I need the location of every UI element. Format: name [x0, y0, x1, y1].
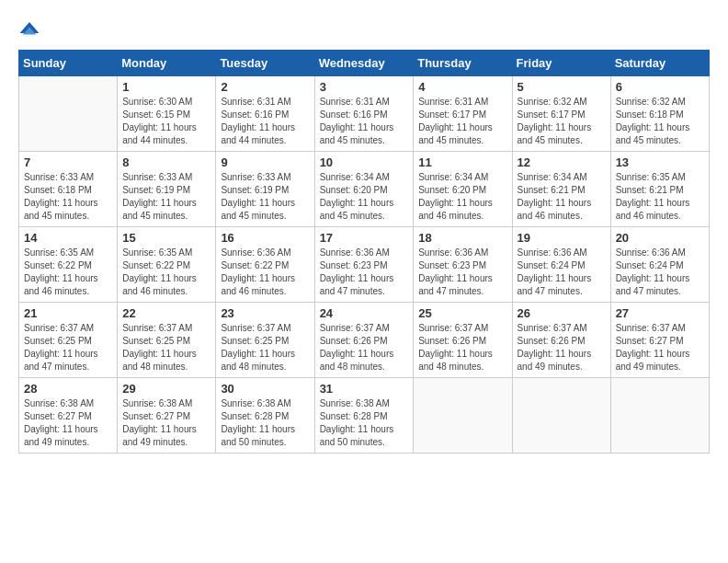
calendar-cell: 2Sunrise: 6:31 AMSunset: 6:16 PMDaylight… [216, 76, 314, 152]
day-number: 5 [518, 80, 606, 94]
day-info: Sunrise: 6:35 AMSunset: 6:22 PMDaylight:… [24, 247, 112, 298]
day-info: Sunrise: 6:36 AMSunset: 6:24 PMDaylight:… [616, 247, 704, 298]
calendar-cell: 11Sunrise: 6:34 AMSunset: 6:20 PMDayligh… [414, 152, 512, 227]
calendar-cell: 13Sunrise: 6:35 AMSunset: 6:21 PMDayligh… [610, 152, 709, 227]
logo [18, 18, 44, 40]
day-info: Sunrise: 6:35 AMSunset: 6:22 PMDaylight:… [122, 247, 210, 298]
day-info: Sunrise: 6:32 AMSunset: 6:18 PMDaylight:… [616, 96, 704, 147]
calendar-header-friday: Friday [512, 51, 610, 76]
calendar-cell: 19Sunrise: 6:36 AMSunset: 6:24 PMDayligh… [512, 227, 610, 303]
page-header [18, 18, 710, 40]
calendar-cell [610, 378, 709, 454]
day-info: Sunrise: 6:31 AMSunset: 6:16 PMDaylight:… [221, 96, 309, 147]
day-info: Sunrise: 6:36 AMSunset: 6:23 PMDaylight:… [418, 247, 506, 298]
calendar-cell: 30Sunrise: 6:38 AMSunset: 6:28 PMDayligh… [216, 378, 314, 454]
calendar-header-sunday: Sunday [19, 51, 118, 76]
day-number: 14 [24, 231, 112, 245]
calendar-cell: 14Sunrise: 6:35 AMSunset: 6:22 PMDayligh… [19, 227, 118, 303]
calendar-cell: 31Sunrise: 6:38 AMSunset: 6:28 PMDayligh… [314, 378, 414, 454]
calendar-cell: 1Sunrise: 6:30 AMSunset: 6:15 PMDaylight… [118, 76, 216, 152]
calendar-cell: 23Sunrise: 6:37 AMSunset: 6:25 PMDayligh… [216, 303, 314, 378]
logo-icon [18, 18, 40, 40]
day-number: 10 [320, 155, 409, 169]
day-number: 30 [221, 382, 309, 396]
day-info: Sunrise: 6:38 AMSunset: 6:27 PMDaylight:… [122, 397, 210, 449]
day-info: Sunrise: 6:33 AMSunset: 6:19 PMDaylight:… [122, 171, 210, 223]
day-number: 8 [122, 155, 210, 169]
day-number: 4 [418, 80, 506, 94]
day-number: 2 [221, 80, 309, 94]
day-info: Sunrise: 6:38 AMSunset: 6:27 PMDaylight:… [24, 397, 112, 449]
calendar-cell: 4Sunrise: 6:31 AMSunset: 6:17 PMDaylight… [414, 76, 512, 152]
day-number: 13 [616, 155, 704, 169]
calendar-cell: 18Sunrise: 6:36 AMSunset: 6:23 PMDayligh… [414, 227, 512, 303]
day-number: 18 [418, 231, 506, 245]
calendar-header-thursday: Thursday [414, 51, 512, 76]
calendar-cell: 15Sunrise: 6:35 AMSunset: 6:22 PMDayligh… [118, 227, 216, 303]
day-info: Sunrise: 6:33 AMSunset: 6:18 PMDaylight:… [24, 171, 112, 223]
day-number: 3 [320, 80, 409, 94]
day-info: Sunrise: 6:37 AMSunset: 6:26 PMDaylight:… [320, 322, 409, 373]
day-number: 12 [518, 155, 606, 169]
day-info: Sunrise: 6:32 AMSunset: 6:17 PMDaylight:… [518, 96, 606, 147]
day-info: Sunrise: 6:30 AMSunset: 6:15 PMDaylight:… [122, 96, 210, 147]
day-number: 29 [122, 382, 210, 396]
day-info: Sunrise: 6:34 AMSunset: 6:20 PMDaylight:… [418, 171, 506, 223]
day-number: 25 [418, 306, 506, 320]
calendar-cell: 6Sunrise: 6:32 AMSunset: 6:18 PMDaylight… [610, 76, 709, 152]
day-info: Sunrise: 6:34 AMSunset: 6:20 PMDaylight:… [320, 171, 409, 223]
day-number: 11 [418, 155, 506, 169]
day-number: 27 [616, 306, 704, 320]
day-info: Sunrise: 6:37 AMSunset: 6:25 PMDaylight:… [221, 322, 309, 373]
day-info: Sunrise: 6:31 AMSunset: 6:16 PMDaylight:… [320, 96, 409, 147]
calendar-cell: 12Sunrise: 6:34 AMSunset: 6:21 PMDayligh… [512, 152, 610, 227]
calendar-cell: 20Sunrise: 6:36 AMSunset: 6:24 PMDayligh… [610, 227, 709, 303]
day-number: 23 [221, 306, 309, 320]
day-number: 16 [221, 231, 309, 245]
day-number: 6 [616, 80, 704, 94]
day-number: 26 [518, 306, 606, 320]
day-number: 17 [320, 231, 409, 245]
day-number: 7 [24, 155, 112, 169]
day-number: 24 [320, 306, 409, 320]
day-info: Sunrise: 6:37 AMSunset: 6:25 PMDaylight:… [122, 322, 210, 373]
calendar-header-row: SundayMondayTuesdayWednesdayThursdayFrid… [19, 51, 710, 76]
day-number: 19 [518, 231, 606, 245]
day-number: 9 [221, 155, 309, 169]
calendar-cell: 28Sunrise: 6:38 AMSunset: 6:27 PMDayligh… [19, 378, 118, 454]
calendar-cell: 16Sunrise: 6:36 AMSunset: 6:22 PMDayligh… [216, 227, 314, 303]
calendar-week-row: 28Sunrise: 6:38 AMSunset: 6:27 PMDayligh… [19, 378, 710, 454]
day-info: Sunrise: 6:34 AMSunset: 6:21 PMDaylight:… [518, 171, 606, 223]
day-info: Sunrise: 6:36 AMSunset: 6:24 PMDaylight:… [518, 247, 606, 298]
day-number: 20 [616, 231, 704, 245]
day-info: Sunrise: 6:31 AMSunset: 6:17 PMDaylight:… [418, 96, 506, 147]
calendar-cell: 5Sunrise: 6:32 AMSunset: 6:17 PMDaylight… [512, 76, 610, 152]
day-info: Sunrise: 6:33 AMSunset: 6:19 PMDaylight:… [221, 171, 309, 223]
calendar-header-wednesday: Wednesday [314, 51, 414, 76]
day-info: Sunrise: 6:37 AMSunset: 6:26 PMDaylight:… [418, 322, 506, 373]
day-number: 31 [320, 382, 409, 396]
day-info: Sunrise: 6:38 AMSunset: 6:28 PMDaylight:… [320, 397, 409, 449]
day-info: Sunrise: 6:37 AMSunset: 6:27 PMDaylight:… [616, 322, 704, 373]
day-info: Sunrise: 6:36 AMSunset: 6:22 PMDaylight:… [221, 247, 309, 298]
calendar-cell: 3Sunrise: 6:31 AMSunset: 6:16 PMDaylight… [314, 76, 414, 152]
calendar-cell: 17Sunrise: 6:36 AMSunset: 6:23 PMDayligh… [314, 227, 414, 303]
calendar-header-saturday: Saturday [610, 51, 709, 76]
calendar-cell [414, 378, 512, 454]
day-number: 1 [122, 80, 210, 94]
calendar-cell: 8Sunrise: 6:33 AMSunset: 6:19 PMDaylight… [118, 152, 216, 227]
calendar-cell: 10Sunrise: 6:34 AMSunset: 6:20 PMDayligh… [314, 152, 414, 227]
day-number: 28 [24, 382, 112, 396]
day-info: Sunrise: 6:36 AMSunset: 6:23 PMDaylight:… [320, 247, 409, 298]
calendar-week-row: 21Sunrise: 6:37 AMSunset: 6:25 PMDayligh… [19, 303, 710, 378]
day-number: 21 [24, 306, 112, 320]
calendar-cell: 7Sunrise: 6:33 AMSunset: 6:18 PMDaylight… [19, 152, 118, 227]
calendar-week-row: 14Sunrise: 6:35 AMSunset: 6:22 PMDayligh… [19, 227, 710, 303]
day-info: Sunrise: 6:37 AMSunset: 6:25 PMDaylight:… [24, 322, 112, 373]
calendar-cell [19, 76, 118, 152]
calendar-week-row: 7Sunrise: 6:33 AMSunset: 6:18 PMDaylight… [19, 152, 710, 227]
day-info: Sunrise: 6:38 AMSunset: 6:28 PMDaylight:… [221, 397, 309, 449]
calendar-cell: 21Sunrise: 6:37 AMSunset: 6:25 PMDayligh… [19, 303, 118, 378]
calendar-cell: 26Sunrise: 6:37 AMSunset: 6:26 PMDayligh… [512, 303, 610, 378]
calendar-cell: 22Sunrise: 6:37 AMSunset: 6:25 PMDayligh… [118, 303, 216, 378]
